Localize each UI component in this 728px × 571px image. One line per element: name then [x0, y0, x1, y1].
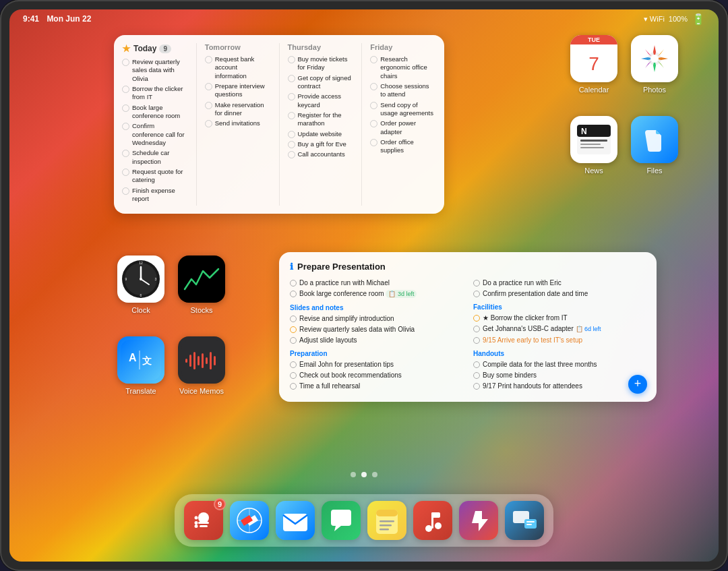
presentation-right-col: Do a practice run with Eric Confirm pres… — [473, 278, 646, 392]
presentation-title-text: Prepare Presentation — [297, 262, 386, 272]
checkbox-circle[interactable] — [370, 139, 377, 146]
checkbox-circle-star[interactable] — [473, 315, 480, 322]
photos-app[interactable]: Photos — [628, 35, 681, 109]
checkbox-circle[interactable] — [122, 187, 129, 195]
svg-rect-25 — [189, 355, 191, 367]
translate-icon: A 文 — [117, 336, 164, 384]
checkbox-circle[interactable] — [122, 59, 129, 66]
checkbox-circle[interactable] — [290, 361, 297, 368]
dock-messages[interactable] — [322, 501, 361, 540]
svg-point-50 — [435, 522, 442, 529]
checkbox-circle[interactable] — [205, 56, 212, 63]
widget-columns: ★ Today 9 Review quarterly sales data wi… — [114, 43, 444, 206]
today-badge: 9 — [159, 44, 171, 53]
reminders-badge: 9 — [214, 498, 226, 510]
checkbox-circle[interactable] — [473, 326, 480, 332]
item-text: Send copy of usage agreements — [380, 101, 436, 118]
pres-item: Confirm presentation date and time — [473, 289, 646, 298]
dock-remote[interactable] — [505, 501, 544, 540]
checkbox-circle[interactable] — [290, 372, 297, 379]
checkbox-circle[interactable] — [473, 280, 480, 287]
reminders-widget: ★ Today 9 Review quarterly sales data wi… — [114, 35, 444, 214]
checkbox-circle[interactable] — [288, 93, 295, 100]
news-app[interactable]: N News — [567, 116, 621, 190]
page-dot-1[interactable] — [351, 472, 356, 477]
svg-rect-6 — [580, 140, 607, 142]
remote-dock-icon — [505, 501, 544, 540]
checkbox-circle[interactable] — [290, 337, 297, 344]
page-dot-2[interactable] — [361, 472, 367, 477]
checkbox-circle[interactable] — [288, 56, 295, 63]
checkbox-circle[interactable] — [205, 120, 212, 127]
translate-app[interactable]: A 文 Translate — [114, 336, 168, 411]
item-text: Confirm conference call for Wednesday — [132, 122, 188, 147]
pres-item-text: Time a full rehearsal — [299, 382, 360, 390]
checkbox-circle[interactable] — [122, 123, 129, 130]
dock-notes[interactable] — [367, 501, 406, 540]
checkbox-circle[interactable] — [290, 291, 297, 297]
page-dot-3[interactable] — [372, 472, 377, 477]
facilities-section-header: Facilities — [473, 303, 646, 311]
pres-item: Review quarterly sales data with Olivia — [290, 325, 462, 334]
checkbox-circle[interactable] — [288, 141, 295, 148]
calendar-app[interactable]: TUE 7 Calendar — [567, 35, 621, 109]
pres-item: Do a practice run with Eric — [473, 278, 646, 287]
checkbox-circle[interactable] — [288, 151, 295, 158]
dock-music[interactable] — [413, 501, 452, 540]
svg-rect-26 — [193, 352, 195, 369]
clock-app[interactable]: 12 3 6 9 Clock — [114, 256, 168, 330]
apps-grid: TUE 7 Calendar — [567, 35, 681, 190]
preparation-section-header: Preparation — [290, 350, 462, 357]
translate-label: Translate — [125, 387, 156, 395]
notes-dock-icon — [367, 501, 406, 540]
svg-rect-7 — [580, 144, 601, 145]
checkbox-circle[interactable] — [370, 120, 377, 127]
checkbox-circle[interactable] — [473, 291, 480, 297]
checkbox-circle-star[interactable] — [290, 326, 297, 333]
checkbox-circle[interactable] — [290, 315, 297, 322]
checkbox-circle[interactable] — [288, 112, 295, 119]
handouts-section-header: Handouts — [473, 350, 646, 357]
svg-rect-28 — [202, 353, 204, 368]
pres-item: 9/17 Print handouts for attendees — [473, 382, 646, 390]
clock: 9:41 — [23, 14, 39, 24]
checkbox-circle[interactable] — [122, 150, 129, 157]
checkbox-circle[interactable] — [473, 361, 480, 368]
dock-mail[interactable] — [276, 501, 315, 540]
files-app[interactable]: Files — [628, 116, 681, 190]
presentation-widget: ℹ Prepare Presentation Do a practice run… — [279, 252, 657, 402]
checkbox-circle[interactable] — [122, 169, 129, 176]
checkbox-circle[interactable] — [122, 86, 129, 93]
svg-point-32 — [198, 512, 209, 523]
checkbox-circle[interactable] — [205, 102, 212, 109]
dock-reminders[interactable]: 9 — [184, 501, 223, 540]
checkbox-circle[interactable] — [473, 383, 480, 390]
checkbox-circle[interactable] — [473, 337, 480, 344]
checkbox-circle[interactable] — [205, 83, 212, 90]
add-button[interactable]: + — [628, 375, 647, 394]
presentation-left-col: Do a practice run with Michael Book larg… — [290, 278, 462, 392]
list-item: Review quarterly sales data with Olivia — [122, 58, 188, 83]
list-item: Book large conference room — [122, 104, 188, 121]
voice-memos-app[interactable]: Voice Memos — [175, 336, 229, 411]
checkbox-circle[interactable] — [290, 383, 297, 390]
checkbox-circle[interactable] — [288, 131, 295, 138]
checkbox-circle[interactable] — [288, 75, 295, 82]
checkbox-circle[interactable] — [370, 102, 377, 109]
checkbox-circle[interactable] — [122, 104, 129, 112]
item-text: Update website — [298, 130, 342, 138]
stocks-app[interactable]: Stocks — [175, 256, 229, 330]
checkbox-circle[interactable] — [370, 83, 377, 90]
pres-item-text: Revise and simplify introduction — [299, 314, 394, 323]
pres-item: 9/15 Arrive early to test IT's setup — [473, 336, 646, 344]
dock-safari[interactable] — [230, 501, 269, 540]
battery-level: 100% — [669, 15, 688, 23]
svg-rect-31 — [214, 356, 216, 365]
svg-text:9: 9 — [125, 277, 127, 281]
checkbox-circle[interactable] — [290, 280, 297, 287]
item-text: Make reservation for dinner — [215, 101, 271, 118]
checkbox-circle[interactable] — [473, 372, 480, 379]
dock-shortcuts[interactable] — [459, 501, 498, 540]
svg-rect-52 — [431, 512, 440, 518]
checkbox-circle[interactable] — [370, 56, 377, 63]
